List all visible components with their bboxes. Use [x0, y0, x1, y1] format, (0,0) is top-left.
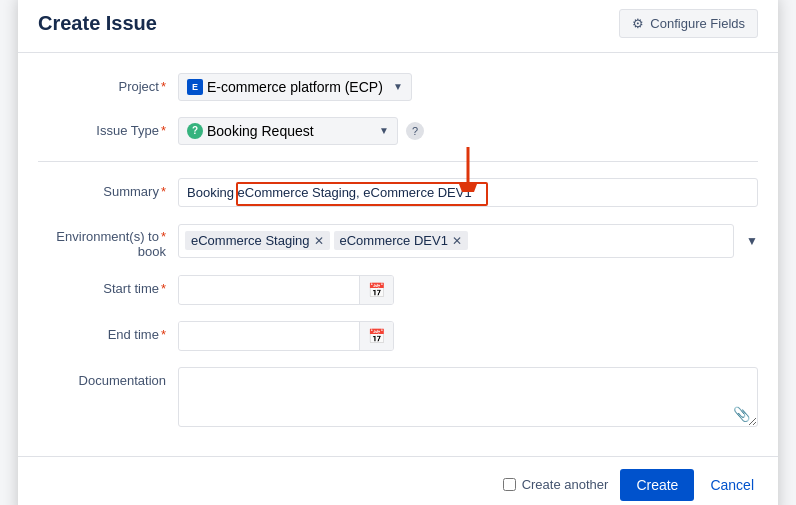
documentation-row: Documentation 📎 [38, 367, 758, 430]
env-tag-staging: eCommerce Staging ✕ [185, 231, 330, 250]
configure-fields-button[interactable]: ⚙ Configure Fields [619, 9, 758, 38]
summary-label: Summary* [38, 178, 178, 199]
project-chevron-icon: ▼ [393, 81, 403, 92]
env-tag-staging-remove[interactable]: ✕ [314, 235, 324, 247]
end-time-row: End time* 📅 [38, 321, 758, 351]
dialog-header: Create Issue ⚙ Configure Fields [18, 0, 778, 53]
issue-type-row: Issue Type* ? Booking Request ▼ ? [38, 117, 758, 145]
summary-row: Summary* [38, 178, 758, 207]
issue-type-select-wrapper[interactable]: ? Booking Request ▼ [178, 117, 398, 145]
project-select-wrapper[interactable]: E E-commerce platform (ECP) ▼ [178, 73, 412, 101]
end-time-label: End time* [38, 321, 178, 342]
issue-type-value: Booking Request [207, 123, 314, 139]
env-tag-dev1-label: eCommerce DEV1 [340, 233, 448, 248]
start-time-input-wrapper: 📅 [178, 275, 394, 305]
project-field: E E-commerce platform (ECP) ▼ [178, 73, 758, 101]
create-another-label: Create another [522, 477, 609, 492]
create-button[interactable]: Create [620, 469, 694, 501]
documentation-field: 📎 [178, 367, 758, 430]
environment-label: Environment(s) to* book [38, 223, 178, 259]
start-time-input[interactable] [179, 276, 359, 303]
project-row: Project* E E-commerce platform (ECP) ▼ [38, 73, 758, 101]
create-another-checkbox-label[interactable]: Create another [503, 477, 609, 492]
summary-input[interactable] [178, 178, 758, 207]
end-time-input[interactable] [179, 322, 359, 349]
project-value: E-commerce platform (ECP) [207, 79, 383, 95]
end-time-input-wrapper: 📅 [178, 321, 394, 351]
env-tag-dev1: eCommerce DEV1 ✕ [334, 231, 468, 250]
issue-type-label: Issue Type* [38, 117, 178, 138]
form-divider [38, 161, 758, 162]
env-tag-dev1-remove[interactable]: ✕ [452, 235, 462, 247]
documentation-label: Documentation [38, 367, 178, 388]
create-issue-dialog: Create Issue ⚙ Configure Fields Project*… [18, 0, 778, 505]
gear-icon: ⚙ [632, 16, 644, 31]
environment-field: eCommerce Staging ✕ eCommerce DEV1 ✕ ▼ [178, 224, 758, 258]
summary-field [178, 178, 758, 207]
project-select[interactable]: E E-commerce platform (ECP) ▼ [178, 73, 412, 101]
documentation-textarea[interactable] [178, 367, 758, 427]
project-icon: E [187, 79, 203, 95]
summary-input-wrapper [178, 178, 758, 207]
documentation-wrapper: 📎 [178, 367, 758, 430]
start-time-row: Start time* 📅 [38, 275, 758, 305]
issue-type-select[interactable]: ? Booking Request ▼ [178, 117, 398, 145]
environment-chevron-icon[interactable]: ▼ [746, 234, 758, 248]
environment-tags-container[interactable]: eCommerce Staging ✕ eCommerce DEV1 ✕ [178, 224, 734, 258]
dialog-body: Project* E E-commerce platform (ECP) ▼ I… [18, 53, 778, 456]
issue-type-chevron-icon: ▼ [379, 125, 389, 136]
start-time-label: Start time* [38, 275, 178, 296]
cancel-button[interactable]: Cancel [706, 469, 758, 501]
create-another-checkbox[interactable] [503, 478, 516, 491]
configure-fields-label: Configure Fields [650, 16, 745, 31]
dialog-title: Create Issue [38, 12, 157, 35]
env-tag-staging-label: eCommerce Staging [191, 233, 310, 248]
issue-type-icon: ? [187, 123, 203, 139]
end-time-field: 📅 [178, 321, 758, 351]
paperclip-icon[interactable]: 📎 [733, 406, 750, 422]
dialog-footer: Create another Create Cancel [18, 456, 778, 506]
start-time-calendar-button[interactable]: 📅 [359, 276, 393, 304]
start-time-field: 📅 [178, 275, 758, 305]
environment-row: Environment(s) to* book eCommerce Stagin… [38, 223, 758, 259]
end-time-calendar-button[interactable]: 📅 [359, 322, 393, 350]
issue-type-field: ? Booking Request ▼ ? [178, 117, 758, 145]
project-label: Project* [38, 73, 178, 94]
issue-type-help-icon[interactable]: ? [406, 122, 424, 140]
